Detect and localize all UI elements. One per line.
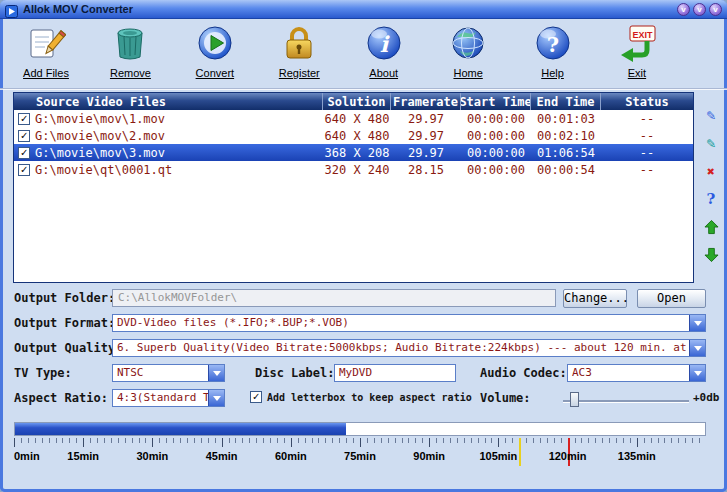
ruler-label: 0min bbox=[14, 450, 40, 462]
padlock-icon bbox=[279, 23, 319, 67]
output-format-label: Output Format: bbox=[14, 314, 115, 332]
file-name: G:\movie\mov\2.mov bbox=[35, 129, 165, 143]
col-source[interactable]: Source Video Files bbox=[14, 93, 323, 110]
chevron-down-icon[interactable] bbox=[689, 365, 705, 381]
row-checkbox[interactable] bbox=[18, 147, 30, 159]
ruler-major-ticks bbox=[14, 438, 706, 447]
maximize-button[interactable] bbox=[693, 3, 706, 16]
duration-progress-fill bbox=[15, 423, 346, 435]
close-button[interactable] bbox=[709, 3, 722, 16]
delete-x-icon[interactable] bbox=[702, 162, 720, 180]
register-button[interactable]: Register bbox=[262, 23, 336, 88]
chevron-down-icon[interactable] bbox=[689, 340, 705, 356]
output-format-select[interactable]: DVD-Video files (*.IFO;*.BUP;*.VOB) bbox=[112, 314, 706, 332]
row-checkbox[interactable] bbox=[18, 113, 30, 125]
convert-button[interactable]: Convert bbox=[178, 23, 252, 88]
ruler-label: 30min bbox=[136, 450, 168, 462]
volume-slider-thumb[interactable] bbox=[570, 392, 579, 407]
row-end-time: 00:00:54 bbox=[531, 163, 601, 177]
audio-codec-select[interactable]: AC3 bbox=[567, 364, 706, 382]
remove-label: Remove bbox=[110, 67, 151, 79]
chevron-down-icon[interactable] bbox=[208, 365, 224, 381]
trash-icon bbox=[110, 23, 150, 67]
home-button[interactable]: Home bbox=[431, 23, 505, 88]
ruler-label: 15min bbox=[67, 450, 99, 462]
file-list: Source Video Files Solution Framerate St… bbox=[13, 92, 694, 283]
col-end-time[interactable]: End Time bbox=[531, 93, 601, 110]
volume-slider-track[interactable] bbox=[563, 400, 689, 403]
row-framerate: 28.15 bbox=[391, 163, 461, 177]
svg-text:?: ? bbox=[546, 32, 558, 57]
tv-type-label: TV Type: bbox=[14, 364, 72, 382]
file-list-header: Source Video Files Solution Framerate St… bbox=[14, 93, 693, 110]
ruler-label: 105min bbox=[479, 450, 517, 462]
row-solution: 640 X 480 bbox=[323, 129, 391, 143]
register-label: Register bbox=[279, 67, 320, 79]
row-start-time: 00:00:00 bbox=[461, 129, 531, 143]
add-files-button[interactable]: Add Files bbox=[9, 23, 83, 88]
row-solution: 368 X 208 bbox=[323, 146, 391, 160]
help-label: Help bbox=[541, 67, 564, 79]
open-button[interactable]: Open bbox=[637, 289, 706, 308]
aspect-ratio-value: 4:3(Standard TV) bbox=[113, 390, 208, 406]
aspect-ratio-select[interactable]: 4:3(Standard TV) bbox=[112, 389, 225, 407]
row-checkbox[interactable] bbox=[18, 130, 30, 142]
app-icon bbox=[5, 3, 18, 16]
app-window: Allok MOV Converter Add Files Remove bbox=[0, 0, 727, 492]
about-button[interactable]: i About bbox=[347, 23, 421, 88]
col-status[interactable]: Status bbox=[601, 93, 693, 110]
tv-type-select[interactable]: NTSC bbox=[112, 364, 225, 382]
chevron-down-icon[interactable] bbox=[208, 390, 224, 406]
ruler-label: 120min bbox=[549, 450, 587, 462]
output-format-value: DVD-Video files (*.IFO;*.BUP;*.VOB) bbox=[113, 315, 689, 331]
ruler-labels: 0min 15min 30min 45min 60min 75min 90min… bbox=[14, 450, 706, 464]
col-solution[interactable]: Solution bbox=[323, 93, 391, 110]
title-bar[interactable]: Allok MOV Converter bbox=[0, 0, 727, 19]
output-quality-value: 6. Superb Quality(Video Bitrate:5000kbps… bbox=[113, 340, 689, 356]
disc-label-input[interactable]: MyDVD bbox=[334, 364, 456, 382]
aspect-ratio-label: Aspect Ratio: bbox=[14, 389, 108, 407]
row-checkbox[interactable] bbox=[18, 164, 30, 176]
output-quality-select[interactable]: 6. Superb Quality(Video Bitrate:5000kbps… bbox=[112, 339, 706, 357]
file-name: G:\movie\qt\0001.qt bbox=[35, 163, 172, 177]
file-name: G:\movie\mov\1.mov bbox=[35, 112, 165, 126]
timeline-ruler: 0min 15min 30min 45min 60min 75min 90min… bbox=[14, 438, 706, 468]
pen-teal-icon[interactable] bbox=[702, 134, 720, 152]
tv-type-value: NTSC bbox=[113, 365, 208, 381]
row-framerate: 29.97 bbox=[391, 129, 461, 143]
convert-play-icon bbox=[195, 23, 235, 67]
chevron-down-icon[interactable] bbox=[689, 315, 705, 331]
row-end-time: 00:01:03 bbox=[531, 112, 601, 126]
exit-button[interactable]: EXIT Exit bbox=[600, 23, 674, 88]
row-end-time: 01:06:54 bbox=[531, 146, 601, 160]
row-end-time: 00:02:10 bbox=[531, 129, 601, 143]
volume-label: Volume: bbox=[480, 389, 531, 407]
info-icon: i bbox=[364, 23, 404, 67]
table-row[interactable]: G:\movie\mov\2.mov 640 X 480 29.97 00:00… bbox=[14, 127, 693, 144]
pen-blue-icon[interactable] bbox=[702, 106, 720, 124]
row-solution: 640 X 480 bbox=[323, 112, 391, 126]
move-down-icon[interactable] bbox=[702, 246, 720, 264]
move-up-icon[interactable] bbox=[702, 218, 720, 236]
minimize-button[interactable] bbox=[677, 3, 690, 16]
output-quality-label: Output Quality: bbox=[14, 339, 122, 357]
question-icon[interactable] bbox=[702, 190, 720, 208]
output-folder-input[interactable]: C:\AllokMOVFolder\ bbox=[112, 289, 556, 307]
col-start-time[interactable]: Start Time bbox=[461, 93, 531, 110]
change-button[interactable]: Change... bbox=[563, 289, 627, 308]
window-title: Allok MOV Converter bbox=[23, 3, 133, 15]
about-label: About bbox=[369, 67, 398, 79]
table-row-selected[interactable]: G:\movie\mov\3.mov 368 X 208 29.97 00:00… bbox=[14, 144, 693, 161]
home-label: Home bbox=[453, 67, 482, 79]
table-row[interactable]: G:\movie\qt\0001.qt 320 X 240 28.15 00:0… bbox=[14, 161, 693, 178]
side-toolbar bbox=[699, 106, 723, 264]
file-name: G:\movie\mov\3.mov bbox=[35, 146, 165, 160]
letterbox-checkbox[interactable] bbox=[250, 391, 262, 403]
exit-sign-icon: EXIT bbox=[617, 23, 657, 67]
duration-progress-bar bbox=[14, 422, 706, 436]
table-row[interactable]: G:\movie\mov\1.mov 640 X 480 29.97 00:00… bbox=[14, 110, 693, 127]
col-framerate[interactable]: Framerate bbox=[391, 93, 461, 110]
help-button[interactable]: ? Help bbox=[516, 23, 590, 88]
remove-button[interactable]: Remove bbox=[93, 23, 167, 88]
row-status: -- bbox=[601, 163, 693, 177]
